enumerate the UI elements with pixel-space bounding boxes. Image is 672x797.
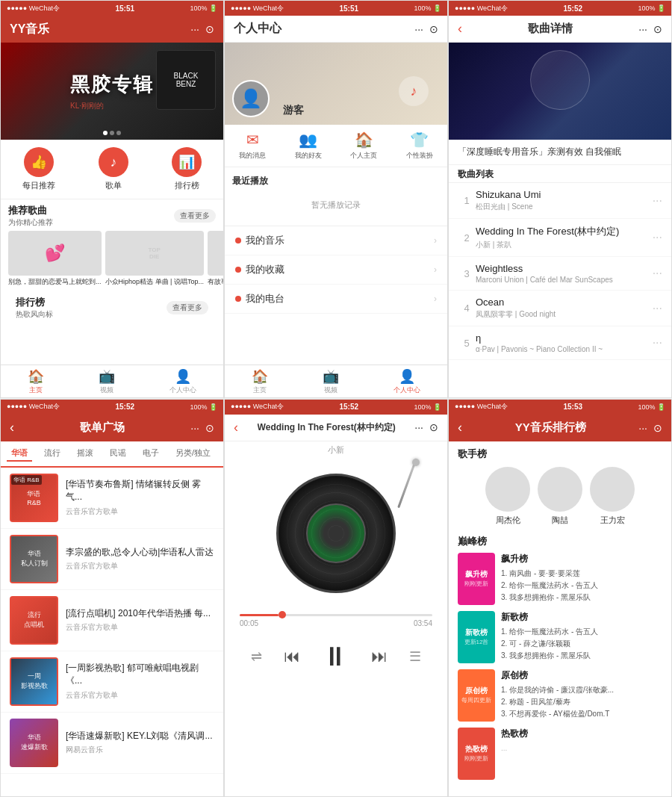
tab-homepage[interactable]: 🏠 个人主页 <box>336 125 392 167</box>
singer-1[interactable]: 周杰伦 <box>485 467 530 526</box>
singer-2[interactable]: 陶喆 <box>538 467 582 526</box>
dots-icon-6[interactable]: ··· <box>638 422 647 434</box>
chart-content-2: 新歌榜 1. 给你一瓶魔法药水 - 告五人 2. 可 - 薛之谦/张颖颖 3. … <box>501 611 662 663</box>
cat-electronic[interactable]: 电子 <box>138 446 164 462</box>
action-label-daily: 每日推荐 <box>22 180 55 191</box>
progress-dot <box>279 611 286 618</box>
chart-badge-3: 原创榜 每周四更新 <box>458 669 495 722</box>
navbar-icons-5: ··· ⊙ <box>414 421 438 433</box>
singer-name-3: 王力宏 <box>600 515 625 526</box>
hero-text-main: 黑胶专辑 KL·刚刚的 <box>70 72 154 111</box>
dots-icon-1[interactable]: ··· <box>190 23 199 35</box>
cat-chinese[interactable]: 华语 <box>7 446 32 462</box>
song-action-4[interactable]: ··· <box>653 302 662 315</box>
progress-bar[interactable] <box>240 614 432 616</box>
chart-item-2[interactable]: 新歌榜 更新12首 新歌榜 1. 给你一瓶魔法药水 - 告五人 2. 可 - 薛… <box>458 611 662 663</box>
dots-icon-4[interactable]: ··· <box>190 422 199 434</box>
target-icon-3[interactable]: ⊙ <box>653 23 662 35</box>
cat-folk[interactable]: 民谣 <box>105 446 131 462</box>
tab-style[interactable]: 👕 个性装扮 <box>392 125 448 167</box>
song-row-3[interactable]: 3 Weightless Marconi Union | Café del Ma… <box>449 257 671 291</box>
back-btn-6[interactable]: ‹ <box>458 420 462 435</box>
chart-item-3[interactable]: 原创榜 每周四更新 原创榜 1. 你是我的诗偷 - 廉汉霞/张敬豪... 2. … <box>458 669 662 722</box>
rec-item-2[interactable]: TOPDIE 小众Hiphop精选 单曲 | 说唱Top... <box>105 231 204 287</box>
chart-more[interactable]: 查看更多 <box>167 301 208 314</box>
recommended-subtitle: 为你精心推荐 <box>8 217 53 228</box>
badge-title-4: 热歌榜 <box>465 744 488 754</box>
quick-actions: 👍 每日推荐 ♪ 歌单 📊 排行榜 <box>1 140 223 199</box>
pl-item-5[interactable]: 华语速爆新歌 [华语速爆新歌] KEY.L刘聪《清风调... 网易云音乐 <box>1 713 223 774</box>
tab-friends-label: 我的好友 <box>295 151 322 161</box>
nav-home-2[interactable]: 🏠 主页 <box>252 368 268 395</box>
prev-btn[interactable]: ⏮ <box>284 647 300 666</box>
song-num-5: 5 <box>458 338 476 349</box>
menu-item-radio[interactable]: 我的电台 › <box>225 285 447 314</box>
banner-dots <box>1 131 223 135</box>
play-btn[interactable]: ⏸ <box>322 641 349 672</box>
target-icon-4[interactable]: ⊙ <box>205 422 214 434</box>
action-chart[interactable]: 📊 排行榜 <box>172 147 202 191</box>
pl-name-2: 李宗盛的歌,总令人心动|华语私人雷达 <box>66 546 214 559</box>
cat-light[interactable]: 轻音乐 <box>223 446 223 462</box>
cat-indie[interactable]: 另类/独立 <box>171 446 215 462</box>
target-icon-6[interactable]: ⊙ <box>653 422 662 434</box>
nav-profile-2[interactable]: 👤 个人中心 <box>393 368 420 395</box>
shuffle-btn[interactable]: ⇌ <box>251 648 262 665</box>
cat-rock[interactable]: 摇滚 <box>72 446 98 462</box>
song-num-1: 1 <box>458 195 476 206</box>
back-btn-4[interactable]: ‹ <box>10 420 14 435</box>
song-row-4[interactable]: 4 Ocean 凤凰陨零零 | Good night ··· <box>449 291 671 326</box>
pl-item-1[interactable]: 华语 R&B 华语R&B [华语节奏布鲁斯] 情绪辗转反侧 雾气... 云音乐官… <box>1 468 223 529</box>
song-action-3[interactable]: ··· <box>653 267 662 280</box>
back-btn-3[interactable]: ‹ <box>458 21 462 37</box>
chart-songs-1: 1. 南风曲 - 要·要·要采莲 2. 给你一瓶魔法药水 - 告五人 3. 我多… <box>501 568 662 604</box>
singer-3[interactable]: 王力宏 <box>590 467 635 526</box>
menu-item-music[interactable]: 我的音乐 › <box>225 226 447 255</box>
chart-item-1[interactable]: 飙升榜 刚刚更新 飙升榜 1. 南风曲 - 要·要·要采莲 2. 给你一瓶魔法药… <box>458 553 662 605</box>
signal-2: ●●●●● WeChat令 <box>231 4 284 13</box>
navbar-5: ‹ Wedding In The Forest(林中约定) ··· ⊙ <box>225 415 447 441</box>
song-row-5[interactable]: 5 η α·Pav | Pavonis ~ Piano Collection I… <box>449 326 671 360</box>
dots-icon-5[interactable]: ··· <box>414 421 423 433</box>
pl-item-2[interactable]: 华语私人订制 李宗盛的歌,总令人心动|华语私人雷达 云音乐官方歌单 <box>1 529 223 590</box>
nav-home-1[interactable]: 🏠 主页 <box>28 368 44 395</box>
target-icon-2[interactable]: ⊙ <box>429 23 438 35</box>
signal-6: ●●●●● WeChat令 <box>455 402 508 412</box>
recommended-more[interactable]: 查看更多 <box>174 209 216 223</box>
tab-friends[interactable]: 👥 我的好友 <box>281 125 337 167</box>
rec-item-3[interactable]: 🎤 有故事的男生，唱着有故事的歌... <box>208 231 223 287</box>
dots-icon-3[interactable]: ··· <box>638 23 647 35</box>
chart-name-3: 原创榜 <box>501 669 662 682</box>
chart-item-4[interactable]: 热歌榜 刚刚更新 热歌榜 ... <box>458 728 662 780</box>
rec-item-1[interactable]: 💕 别急，甜甜的恋爱马上就蛇到... <box>8 231 102 287</box>
playlist-btn[interactable]: ☰ <box>409 648 421 665</box>
recommended-title: 推荐歌曲 <box>8 204 53 217</box>
nav-profile-1[interactable]: 👤 个人中心 <box>169 368 196 395</box>
action-daily[interactable]: 👍 每日推荐 <box>22 147 55 191</box>
song-action-2[interactable]: ··· <box>653 231 662 244</box>
song-row-2[interactable]: 2 Wedding In The Forest(林中约定) 小新 | 茶趴 ··… <box>449 219 671 257</box>
target-icon-1[interactable]: ⊙ <box>205 23 214 35</box>
pl-item-4[interactable]: 一周影视热歌 [一周影视热歌] 郁可唯献唱电视剧《... 云音乐官方歌单 <box>1 651 223 713</box>
target-icon-5[interactable]: ⊙ <box>429 421 438 433</box>
menu-item-favorites[interactable]: 我的收藏 › <box>225 255 447 285</box>
song-action-1[interactable]: ··· <box>653 194 662 208</box>
cat-pop[interactable]: 流行 <box>40 446 65 462</box>
tab-messages[interactable]: ✉ 我的消息 <box>225 125 281 167</box>
panel-profile: ●●●●● WeChat令 15:51 100% 🔋 个人中心 ··· ⊙ 👤 … <box>224 0 448 398</box>
badge-title-2: 新歌榜 <box>465 627 488 638</box>
signal-5: ●●●●● WeChat令 <box>231 402 284 412</box>
pl-item-3[interactable]: 流行点唱机 [流行点唱机] 2010年代华语热播 每... 云音乐官方歌单 <box>1 590 223 651</box>
signal-3: ●●●●● WeChat令 <box>455 4 508 13</box>
next-btn[interactable]: ⏭ <box>371 647 388 666</box>
dots-icon-2[interactable]: ··· <box>414 23 423 35</box>
action-playlist[interactable]: ♪ 歌单 <box>99 147 128 191</box>
recent-section: 最近播放 暂无播放记录 <box>225 167 447 226</box>
song-action-5[interactable]: ··· <box>653 336 662 350</box>
nav-video-1[interactable]: 📺 视频 <box>99 368 115 395</box>
song-artist-2: 小新 | 茶趴 <box>476 240 653 250</box>
back-btn-5[interactable]: ‹ <box>234 420 238 435</box>
nav-video-2[interactable]: 📺 视频 <box>323 368 339 395</box>
song-row-1[interactable]: 1 Shizukana Umi 松田光由 | Scene ··· <box>449 183 671 219</box>
singers-list: 周杰伦 陶喆 王力宏 <box>458 467 662 526</box>
